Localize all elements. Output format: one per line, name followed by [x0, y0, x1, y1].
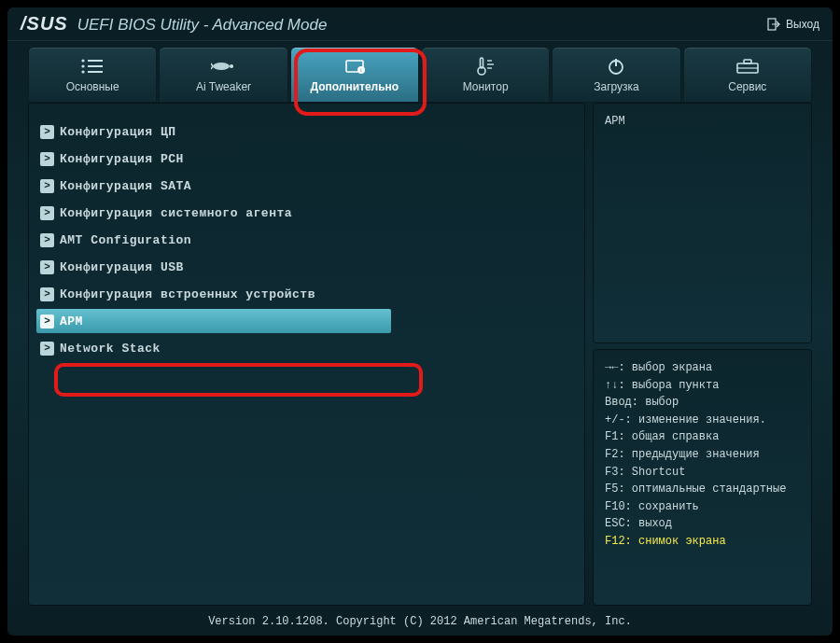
tab-label: Основные: [66, 80, 119, 93]
svg-rect-20: [744, 60, 751, 63]
thermometer-icon: [475, 56, 496, 77]
tab-label: Ai Tweaker: [196, 80, 251, 93]
menu-item-label: Конфигурация системного агента: [60, 206, 292, 220]
menu-item-label: Конфигурация USB: [60, 260, 184, 274]
chevron-right-icon: >: [40, 152, 54, 166]
chevron-right-icon: >: [40, 233, 54, 247]
help-line: F3: Shortcut: [605, 464, 800, 482]
menu-item[interactable]: >Конфигурация SATA: [36, 174, 577, 198]
svg-point-2: [82, 64, 85, 67]
help-line: F10: сохранить: [605, 498, 800, 516]
tab-boot[interactable]: Загрузка: [552, 47, 680, 103]
chevron-right-icon: >: [40, 179, 54, 193]
menu-item-label: Конфигурация SATA: [60, 179, 191, 193]
help-line: F2: предыдущие значения: [605, 446, 800, 464]
power-icon: [607, 56, 625, 77]
menu-item[interactable]: >Конфигурация PCH: [36, 147, 577, 171]
help-line: ESC: выход: [605, 515, 800, 533]
menu-item[interactable]: >Конфигурация ЦП: [36, 119, 577, 144]
help-line: Ввод: выбор: [605, 394, 800, 412]
tab-tool[interactable]: Сервис: [683, 47, 812, 103]
svg-point-1: [82, 59, 85, 62]
menu-item-label: Network Stack: [60, 342, 161, 356]
tab-tweaker[interactable]: Ai Tweaker: [159, 47, 287, 103]
menu-item[interactable]: >Конфигурация встроенных устройств: [36, 282, 577, 306]
help-panel: →←: выбор экрана↑↓: выбора пунктаВвод: в…: [593, 349, 812, 606]
list-icon: [80, 56, 105, 77]
menu-item-label: APM: [60, 315, 83, 328]
help-line: +/-: изменение значения.: [605, 412, 800, 429]
tab-bar: ОсновныеAi TweakeriДополнительноМониторЗ…: [7, 41, 833, 103]
bios-screen: /SUS UEFI BIOS Utility - Advanced Mode В…: [7, 7, 833, 636]
footer-text: Version 2.10.1208. Copyright (C) 2012 Am…: [208, 615, 632, 628]
header-title: UEFI BIOS Utility - Advanced Mode: [77, 16, 328, 35]
tab-main[interactable]: Основные: [28, 47, 157, 103]
toolbox-icon: [735, 56, 760, 77]
menu-item-label: AMT Configuration: [60, 233, 191, 247]
menu-item-label: Конфигурация ЦП: [60, 125, 176, 139]
menu-item-label: Конфигурация встроенных устройств: [60, 287, 315, 301]
menu-item[interactable]: >Конфигурация системного агента: [36, 201, 577, 225]
help-line-f12: F12: снимок экрана: [605, 533, 800, 551]
description-text: APM: [605, 115, 625, 128]
tab-label: Сервис: [728, 80, 766, 93]
help-line: F1: общая справка: [605, 428, 800, 446]
help-line: ↑↓: выбора пункта: [605, 377, 800, 395]
tab-label: Монитор: [463, 80, 509, 93]
exit-button[interactable]: Выход: [767, 18, 819, 31]
menu-item[interactable]: >Конфигурация USB: [36, 255, 577, 279]
help-line: →←: выбор экрана: [605, 359, 800, 377]
chevron-right-icon: >: [40, 315, 54, 328]
chevron-right-icon: >: [40, 342, 54, 356]
menu-item[interactable]: >APM: [36, 309, 391, 333]
chevron-right-icon: >: [40, 125, 54, 139]
svg-text:i: i: [360, 67, 361, 73]
brand-text: /SUS: [21, 13, 68, 35]
tab-label: Загрузка: [594, 80, 639, 93]
help-line: F5: оптимальные стандартные: [605, 481, 800, 498]
footer-bar: Version 2.10.1208. Copyright (C) 2012 Am…: [7, 611, 833, 636]
chevron-right-icon: >: [40, 260, 54, 274]
svg-point-3: [82, 70, 85, 73]
description-panel: APM: [593, 103, 812, 343]
chip-icon: i: [341, 56, 369, 77]
chevron-right-icon: >: [40, 206, 54, 220]
menu-item[interactable]: >AMT Configuration: [36, 228, 577, 252]
logo: /SUS UEFI BIOS Utility - Advanced Mode: [21, 13, 327, 35]
main-area: >Конфигурация ЦП>Конфигурация PCH>Конфиг…: [28, 103, 812, 606]
svg-point-8: [230, 64, 233, 68]
menu-panel: >Конфигурация ЦП>Конфигурация PCH>Конфиг…: [28, 103, 585, 606]
chevron-right-icon: >: [40, 287, 54, 301]
side-panels: APM →←: выбор экрана↑↓: выбора пунктаВво…: [593, 103, 812, 606]
menu-item[interactable]: >Network Stack: [36, 336, 577, 360]
rocket-icon: [211, 56, 235, 77]
door-exit-icon: [767, 18, 780, 31]
header-bar: /SUS UEFI BIOS Utility - Advanced Mode В…: [7, 7, 833, 41]
tab-advanced[interactable]: iДополнительно: [290, 47, 419, 103]
menu-item-label: Конфигурация PCH: [60, 152, 184, 166]
exit-label: Выход: [786, 18, 819, 31]
tab-monitor[interactable]: Монитор: [421, 47, 550, 103]
svg-point-7: [213, 63, 230, 70]
tab-label: Дополнительно: [310, 80, 399, 93]
